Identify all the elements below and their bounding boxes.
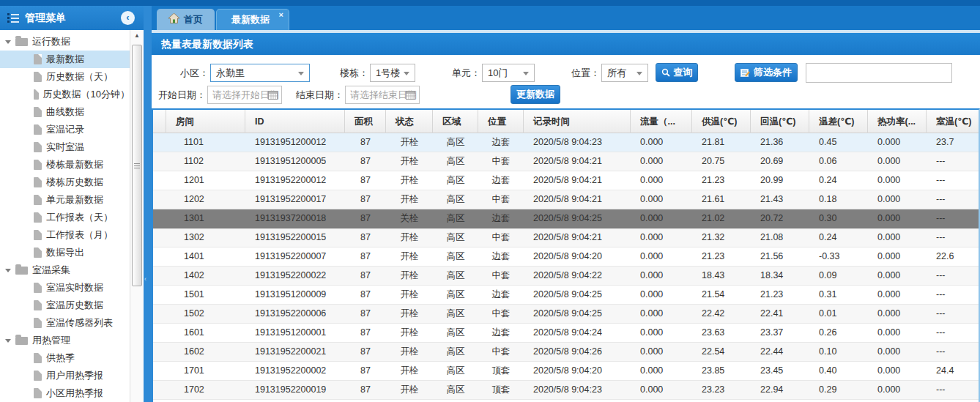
- column-header-ID[interactable]: ID: [245, 110, 345, 133]
- tab-close-icon[interactable]: ×: [279, 11, 283, 18]
- tree-item-label: 室温传感器列表: [46, 316, 113, 330]
- table-row-1102[interactable]: 11021913195120000587开栓高区中套2020/5/8 9:04:…: [153, 152, 979, 171]
- query-button[interactable]: 查询: [656, 63, 698, 82]
- cell-记录时间: 2020/5/8 9:04:20: [524, 362, 631, 381]
- column-header-位置[interactable]: 位置: [478, 110, 524, 133]
- column-header-热功率(...[interactable]: 热功率(...: [868, 110, 927, 133]
- document-icon: [34, 72, 42, 82]
- table-row-1301[interactable]: 13011913193720001887关栓高区边套2020/5/8 9:04:…: [153, 209, 979, 228]
- cell-回温(℃): 20.72: [751, 209, 809, 228]
- cell-位置: 边套: [478, 133, 524, 152]
- column-header-区域[interactable]: 区域: [433, 110, 478, 133]
- cell-状态: 开栓: [386, 190, 433, 209]
- table-row-1401[interactable]: 14011913195220000787开栓高区边套2020/5/8 9:04:…: [153, 247, 979, 267]
- tree-item-小区用热季报[interactable]: 小区用热季报: [0, 384, 130, 402]
- table-row-1201[interactable]: 12011913195220001287开栓高区边套2020/5/8 9:04:…: [153, 171, 979, 190]
- scrollbar-up-arrow-icon[interactable]: ▲: [130, 30, 144, 42]
- tab-label: 首页: [184, 13, 203, 26]
- cell-供温(℃): 21.23: [692, 171, 751, 190]
- table-row-1702[interactable]: 17021913195220001987开栓高区顶套2020/5/8 9:04:…: [153, 381, 979, 400]
- end-date-input[interactable]: 请选择结束日期: [345, 86, 420, 104]
- tree-folder-用热管理[interactable]: 用热管理: [0, 332, 130, 349]
- tree-item-楼栋最新数据[interactable]: 楼栋最新数据: [0, 156, 130, 174]
- tree-item-楼栋历史数据[interactable]: 楼栋历史数据: [0, 174, 130, 191]
- keyword-input[interactable]: [806, 63, 952, 83]
- tab-首页[interactable]: 首页: [157, 9, 215, 30]
- cell-位置: 中套: [478, 305, 524, 324]
- start-date-input[interactable]: 请选择开始日期: [207, 86, 282, 104]
- table-row-1501[interactable]: 15011913195120000987开栓高区边套2020/5/8 9:04:…: [153, 286, 979, 305]
- tree-item-室温传感器列表[interactable]: 室温传感器列表: [0, 314, 130, 332]
- column-header-面积[interactable]: 面积: [345, 110, 386, 133]
- table-row-1701[interactable]: 17011913195220000287开栓高区顶套2020/5/8 9:04:…: [153, 362, 979, 381]
- position-select[interactable]: 所有: [601, 64, 648, 82]
- tree-item-实时室温[interactable]: 实时室温: [0, 138, 130, 156]
- tree-expand-icon[interactable]: [5, 40, 11, 44]
- column-header-供温(℃)[interactable]: 供温(℃): [692, 110, 751, 133]
- column-header-回温(℃)[interactable]: 回温(℃): [751, 110, 809, 133]
- tree-item-数据导出[interactable]: 数据导出: [0, 244, 130, 261]
- cell-状态: 开栓: [386, 267, 433, 286]
- table-row-1101[interactable]: 11011913195120001287开栓高区边套2020/5/8 9:04:…: [153, 133, 979, 152]
- tree-item-用户用热季报[interactable]: 用户用热季报: [0, 367, 130, 384]
- cell-面积: 87: [345, 267, 386, 286]
- table-row-1402[interactable]: 14021913195220002287开栓高区中套2020/5/8 9:04:…: [153, 267, 979, 286]
- tree-expand-icon[interactable]: [5, 269, 11, 272]
- document-icon: [34, 107, 42, 117]
- panel-title: 热量表最新数据列表: [152, 33, 980, 55]
- tree-item-工作报表（天）[interactable]: 工作报表（天）: [0, 209, 130, 226]
- building-select[interactable]: 1号楼: [370, 64, 415, 82]
- column-header-流量（...[interactable]: 流量（...: [631, 110, 692, 133]
- tree-item-工作报表（月）[interactable]: 工作报表（月）: [0, 226, 130, 244]
- cell-ID: 19131937200018: [245, 209, 345, 228]
- tree-item-室温实时数据[interactable]: 室温实时数据: [0, 279, 130, 297]
- tree-item-label: 历史数据（10分钟）: [43, 88, 130, 101]
- column-header-房间[interactable]: 房间: [166, 110, 245, 133]
- table-row-1601[interactable]: 16011913195120000187开栓高区边套2020/5/8 9:04:…: [153, 324, 979, 343]
- splitter-collapse-icon: ‹: [144, 275, 146, 283]
- tree-item-最新数据[interactable]: 最新数据: [0, 51, 130, 68]
- cell-面积: 87: [345, 152, 386, 171]
- tree-folder-运行数据[interactable]: 运行数据: [0, 33, 130, 51]
- tree-item-曲线数据[interactable]: 曲线数据: [0, 103, 130, 121]
- sidebar-scrollbar[interactable]: ▲: [130, 30, 144, 402]
- column-header-blank[interactable]: [153, 110, 166, 133]
- filter-conditions-button[interactable]: 筛选条件: [735, 63, 798, 82]
- unit-select[interactable]: 10门: [482, 64, 535, 82]
- cell-房间: 1601: [166, 324, 245, 343]
- tree-item-label: 历史数据（天）: [46, 70, 113, 83]
- column-header-状态[interactable]: 状态: [386, 110, 433, 133]
- panel-splitter[interactable]: ‹: [144, 6, 152, 402]
- column-header-温差(℃)[interactable]: 温差(℃): [809, 110, 868, 133]
- tree-item-供热季[interactable]: 供热季: [0, 349, 130, 367]
- cell-状态: 开栓: [386, 133, 433, 152]
- cell-流量（...: 0.000: [631, 247, 692, 267]
- update-data-button[interactable]: 更新数据: [511, 85, 560, 104]
- table-row-1202[interactable]: 12021913195220001787开栓高区中套2020/5/8 9:04:…: [153, 190, 979, 209]
- tree-item-单元最新数据[interactable]: 单元最新数据: [0, 191, 130, 209]
- table-row-1302[interactable]: 13021913195220001587开栓高区中套2020/5/8 9:04:…: [153, 228, 979, 247]
- tree-item-历史数据（天）[interactable]: 历史数据（天）: [0, 68, 130, 86]
- tree-item-室温记录[interactable]: 室温记录: [0, 121, 130, 138]
- sidebar-collapse-button[interactable]: ‹: [121, 11, 135, 25]
- tree-item-label: 室温采集: [32, 264, 70, 277]
- tree-folder-室温采集[interactable]: 室温采集: [0, 261, 130, 279]
- scrollbar-thumb[interactable]: [132, 45, 142, 286]
- cell-位置: 边套: [478, 209, 524, 228]
- cell-位置: 边套: [478, 247, 524, 267]
- document-icon: [34, 177, 42, 187]
- column-header-记录时间[interactable]: 记录时间: [524, 110, 631, 133]
- community-select[interactable]: 永勤里: [210, 64, 310, 82]
- cell-供温(℃): 21.61: [692, 190, 751, 209]
- tab-最新数据[interactable]: 最新数据×: [216, 9, 289, 30]
- table-row-1502[interactable]: 15021913195220000687开栓高区中套2020/5/8 9:04:…: [153, 305, 979, 324]
- table-row-1602[interactable]: 16021913195220002187开栓高区中套2020/5/8 9:04:…: [153, 343, 979, 362]
- tree-item-label: 用热管理: [32, 334, 70, 347]
- tree-item-室温历史数据[interactable]: 室温历史数据: [0, 297, 130, 314]
- tree-item-历史数据（10分钟）[interactable]: 历史数据（10分钟）: [0, 86, 130, 103]
- chevron-down-icon: [523, 72, 529, 75]
- app-window: 管理菜单 ‹ 运行数据最新数据历史数据（天）历史数据（10分钟）曲线数据室温记录…: [0, 0, 980, 402]
- cell-面积: 87: [345, 305, 386, 324]
- tree-expand-icon[interactable]: [5, 339, 11, 343]
- column-header-室温(℃)[interactable]: 室温(℃): [927, 110, 980, 133]
